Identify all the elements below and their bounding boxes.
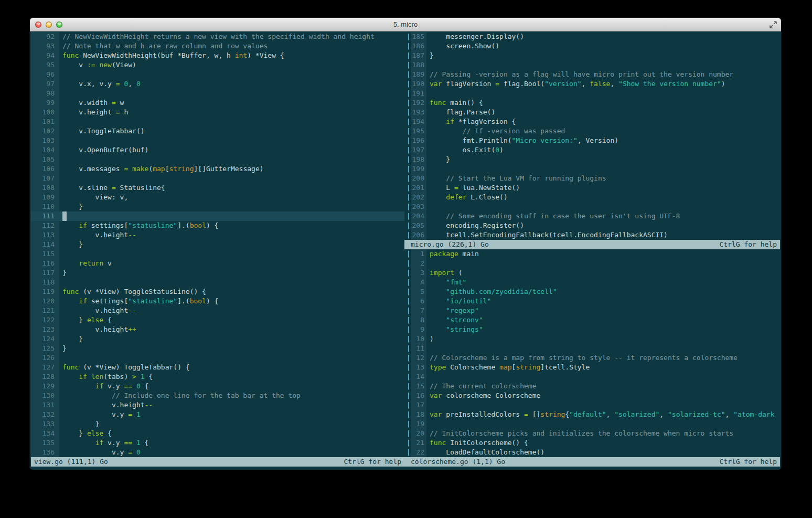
code-line[interactable]: 103	[31, 136, 404, 145]
editor-pane-colorscheme-go[interactable]: |1package main|2|3import (|4 "fmt"|5 "gi…	[404, 249, 780, 467]
close-button[interactable]	[35, 22, 41, 28]
code-line[interactable]: 125}	[31, 344, 404, 353]
code-line[interactable]: 98	[31, 89, 404, 98]
code-line[interactable]: 100 v.height = h	[31, 108, 404, 117]
code-line[interactable]: 122 } else {	[31, 315, 404, 325]
code-line[interactable]: |6 "io/ioutil"	[404, 297, 780, 306]
code-area[interactable]: 92// NewViewWidthHeight returns a new vi…	[31, 32, 404, 457]
code-line[interactable]: |16var colorscheme Colorscheme	[404, 391, 780, 400]
code-line[interactable]: 117}	[31, 268, 404, 278]
code-line[interactable]: 131 v.height--	[31, 400, 404, 410]
code-line[interactable]: |201 L = lua.NewState()	[404, 183, 780, 193]
code-line[interactable]: 97 v.x, v.y = 0, 0	[31, 79, 404, 89]
code-line[interactable]: |3import (	[404, 268, 780, 278]
code-line[interactable]: 115	[31, 249, 404, 259]
code-line[interactable]: 101	[31, 117, 404, 126]
fullscreen-icon[interactable]	[769, 20, 777, 29]
code-line[interactable]: 109 view: v,	[31, 193, 404, 202]
code-line[interactable]: 106 v.messages = make(map[string][]Gutte…	[31, 164, 404, 174]
code-line[interactable]: 93// Note that w and h are raw column an…	[31, 41, 404, 51]
editor-pane-micro-go[interactable]: |185 messenger.Display()|186 screen.Show…	[404, 32, 780, 249]
code-line[interactable]: 96	[31, 70, 404, 79]
code-line[interactable]: |195 // If -version was passed	[404, 126, 780, 136]
code-line[interactable]: 133 }	[31, 419, 404, 429]
code-line[interactable]: |2	[404, 259, 780, 268]
code-line[interactable]: |20// InitColorscheme picks and initiali…	[404, 429, 780, 438]
code-line[interactable]: 113 v.height--	[31, 230, 404, 240]
code-line[interactable]: 128 if len(tabs) > 1 {	[31, 372, 404, 382]
code-line[interactable]: 130 // Include one line for the tab bar …	[31, 391, 404, 400]
code-line[interactable]: 123 v.height++	[31, 325, 404, 334]
code-line[interactable]: |197 os.Exit(0)	[404, 145, 780, 155]
code-line[interactable]: |11	[404, 344, 780, 353]
code-line[interactable]: |10)	[404, 334, 780, 344]
code-line[interactable]: |194 if *flagVersion {	[404, 117, 780, 126]
code-line[interactable]: 112 if settings["statusline"].(bool) {	[31, 221, 404, 230]
code-line[interactable]: |17	[404, 400, 780, 410]
code-line[interactable]: |13type Colorscheme map[string]tcell.Sty…	[404, 363, 780, 372]
code-line[interactable]: |187}	[404, 51, 780, 60]
code-line[interactable]: 114 }	[31, 240, 404, 249]
code-line[interactable]: |4 "fmt"	[404, 278, 780, 287]
code-area[interactable]: |1package main|2|3import (|4 "fmt"|5 "gi…	[404, 249, 780, 457]
code-line[interactable]: 116 return v	[31, 259, 404, 268]
code-line[interactable]: 124 }	[31, 334, 404, 344]
code-line[interactable]: |198 }	[404, 155, 780, 164]
minimize-button[interactable]	[46, 22, 52, 28]
code-line[interactable]: 94func NewViewWidthHeight(buf *Buffer, w…	[31, 51, 404, 60]
code-line[interactable]: 121 v.height--	[31, 306, 404, 315]
code-line[interactable]: |7 "regexp"	[404, 306, 780, 315]
code-line[interactable]: 134 } else {	[31, 429, 404, 438]
code-line[interactable]: |12// Colorscheme is a map from string t…	[404, 353, 780, 363]
code-line[interactable]: |203	[404, 202, 780, 212]
code-line[interactable]: 92// NewViewWidthHeight returns a new vi…	[31, 32, 404, 41]
code-line[interactable]: 102 v.ToggleTabbar()	[31, 126, 404, 136]
code-line[interactable]: 136 v.y = 0	[31, 448, 404, 457]
code-line[interactable]: |188	[404, 60, 780, 70]
code-line[interactable]: |5 "github.com/zyedidia/tcell"	[404, 287, 780, 297]
code-line[interactable]: 104 v.OpenBuffer(buf)	[31, 145, 404, 155]
code-line[interactable]: |206 tcell.SetEncodingFallback(tcell.Enc…	[404, 230, 780, 240]
code-line[interactable]: 120 if settings["statusline"].(bool) {	[31, 297, 404, 306]
code-line[interactable]: |191	[404, 89, 780, 98]
code-line[interactable]: |202 defer L.Close()	[404, 193, 780, 202]
code-line[interactable]: |196 fmt.Println("Micro version:", Versi…	[404, 136, 780, 145]
code-line[interactable]: |205 encoding.Register()	[404, 221, 780, 230]
zoom-button[interactable]	[56, 22, 62, 28]
code-line[interactable]: 127func (v *View) ToggleTabbar() {	[31, 363, 404, 372]
code-line[interactable]: |15// The current colorscheme	[404, 382, 780, 391]
code-line[interactable]: |8 "strconv"	[404, 315, 780, 325]
code-line[interactable]: 110 }	[31, 202, 404, 212]
code-line[interactable]: |199	[404, 164, 780, 174]
code-line[interactable]: 95 v := new(View)	[31, 60, 404, 70]
code-line[interactable]: 132 v.y = 1	[31, 410, 404, 419]
code-line[interactable]: 108 v.sline = Statusline{	[31, 183, 404, 193]
code-line[interactable]: |186 screen.Show()	[404, 41, 780, 51]
code-line[interactable]: |9 "strings"	[404, 325, 780, 334]
code-line[interactable]: |21func InitColorscheme() {	[404, 438, 780, 448]
code-line[interactable]: 129 if v.y == 0 {	[31, 382, 404, 391]
code-line[interactable]: 107	[31, 174, 404, 183]
code-line[interactable]: |185 messenger.Display()	[404, 32, 780, 41]
code-line[interactable]: 111	[31, 212, 404, 221]
code-line[interactable]: 99 v.width = w	[31, 98, 404, 108]
code-line[interactable]: 118	[31, 278, 404, 287]
editor-pane-view-go[interactable]: 92// NewViewWidthHeight returns a new vi…	[31, 32, 404, 470]
code-line[interactable]: 105	[31, 155, 404, 164]
code-line[interactable]: |190var flagVersion = flag.Bool("version…	[404, 79, 780, 89]
code-line[interactable]: |204 // Some encoding stuff in case the …	[404, 212, 780, 221]
code-line[interactable]: |189// Passing -version as a flag will h…	[404, 70, 780, 79]
code-line[interactable]: |192func main() {	[404, 98, 780, 108]
code-line[interactable]: 135 if v.y == 1 {	[31, 438, 404, 448]
code-line[interactable]: |193 flag.Parse()	[404, 108, 780, 117]
code-area[interactable]: |185 messenger.Display()|186 screen.Show…	[404, 32, 780, 240]
code-line[interactable]: |18var preInstalledColors = []string{"de…	[404, 410, 780, 419]
code-line[interactable]: |19	[404, 419, 780, 429]
code-line[interactable]: |200 // Start the Lua VM for running plu…	[404, 174, 780, 183]
code-line[interactable]: 126	[31, 353, 404, 363]
code-line[interactable]: 119func (v *View) ToggleStatusLine() {	[31, 287, 404, 297]
code-line[interactable]: |1package main	[404, 249, 780, 259]
window-titlebar[interactable]: 5. micro	[30, 18, 781, 31]
code-line[interactable]: |14	[404, 372, 780, 382]
code-line[interactable]: |22 LoadDefaultColorscheme()	[404, 448, 780, 457]
